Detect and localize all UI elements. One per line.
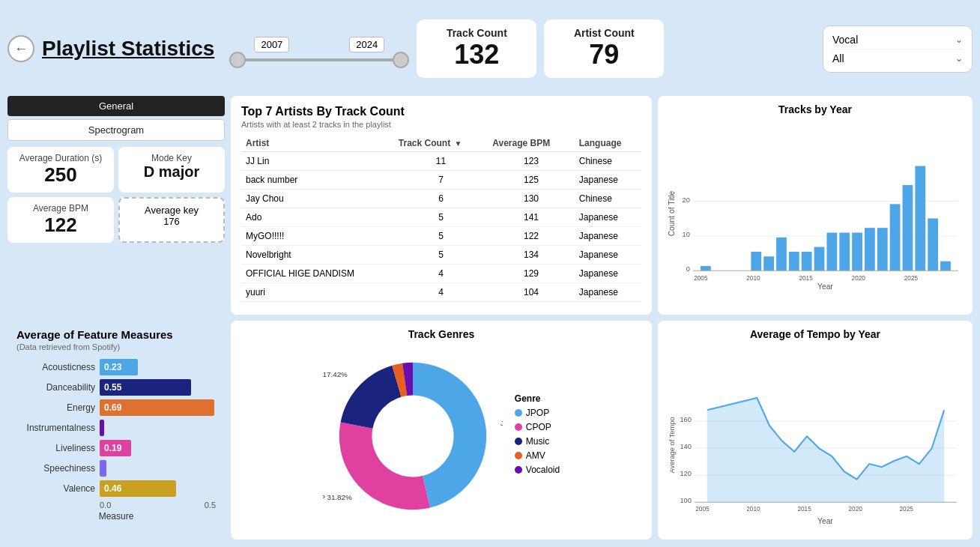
slider-thumb-left[interactable] [229, 52, 246, 68]
artist-name: MyGO!!!!! [241, 227, 394, 246]
donut-chart: JPOP 46.21%CPOP 31.82%Music 17.42% [323, 346, 503, 526]
bar-inner: 0.19 [100, 440, 131, 456]
track-count: 5 [394, 246, 488, 265]
donut-label: Music 17.42% [323, 370, 348, 378]
avg-key-card: Average key 176 [118, 197, 225, 243]
bar-label: Danceability [16, 382, 95, 393]
language: Japanese [575, 227, 641, 246]
feature-bar-row: Valence 0.46 [16, 480, 216, 497]
filter-vocal-row[interactable]: Vocal ⌄ [832, 31, 963, 49]
bar-label: Speechiness [16, 463, 95, 474]
svg-text:20: 20 [683, 196, 690, 204]
back-button[interactable]: ← [7, 35, 34, 62]
feature-measures-title: Average of Feature Measures [16, 328, 216, 341]
year-start[interactable]: 2007 [254, 37, 289, 52]
artist-count-label: Artist Count [574, 27, 635, 39]
svg-text:2020: 2020 [852, 275, 866, 282]
legend-dot [515, 438, 522, 445]
track-count: 6 [394, 190, 488, 208]
avg-bpm: 125 [488, 171, 575, 190]
legend-dot [515, 409, 522, 417]
bar-rect [763, 256, 774, 271]
artist-name: OFFICIAL HIGE DANDISM [241, 265, 394, 283]
track-count: 5 [394, 208, 488, 227]
bar-rect [802, 252, 812, 271]
mode-key-card: Mode Key D major [118, 147, 225, 193]
bar-inner [100, 460, 106, 477]
svg-text:100: 100 [680, 497, 691, 504]
svg-text:2025: 2025 [900, 506, 914, 513]
avg-duration-value: 250 [44, 163, 76, 187]
filter-vocal-label: Vocal [832, 34, 858, 46]
year-end[interactable]: 2024 [349, 37, 384, 52]
page-title: Playlist Statistics [42, 37, 214, 61]
svg-text:120: 120 [680, 470, 691, 477]
feature-bar-row: Acousticness 0.23 [16, 359, 216, 375]
feature-bar-row: Instrumentalness [16, 420, 216, 436]
bar-outer: 0.19 [100, 440, 216, 456]
legend-label: AMV [526, 450, 545, 461]
svg-text:Year: Year [817, 282, 833, 291]
legend-item: CPOP [515, 422, 560, 432]
language: Japanese [575, 283, 641, 302]
artist-name: yuuri [241, 283, 394, 302]
track-genres-title: Track Genres [241, 328, 641, 340]
language: Chinese [575, 190, 641, 208]
tab-spectrogram[interactable]: Spectrogram [7, 119, 225, 141]
table-row: JJ Lin 11 123 Chinese [241, 152, 641, 171]
bottom-row: Average of Feature Measures (Data retrie… [7, 321, 973, 540]
donut-segment [340, 366, 401, 429]
y-axis-label-tracks: Count of Title [668, 190, 676, 236]
avg-bpm: 129 [488, 265, 575, 283]
svg-text:2015: 2015 [799, 275, 813, 282]
avg-key-label: Average key [145, 205, 199, 216]
tabs-row: General Spectrogram [7, 96, 225, 141]
avg-duration-card: Average Duration (s) 250 [7, 147, 114, 193]
bar-rect [852, 233, 862, 271]
slider-thumb-right[interactable] [393, 52, 409, 68]
dashboard: ← Playlist Statistics 2007 2024 Track Co… [0, 0, 980, 547]
filter-all-row[interactable]: All ⌄ [832, 49, 963, 67]
table-row: OFFICIAL HIGE DANDISM 4 129 Japanese [241, 265, 641, 283]
chevron-down-icon: ⌄ [955, 34, 963, 45]
col-avg-bpm: Average BPM [488, 135, 575, 152]
bar-inner: 0.69 [100, 399, 214, 416]
filter-all-label: All [832, 52, 844, 64]
svg-text:140: 140 [680, 443, 691, 450]
bar-rect [890, 204, 901, 271]
bar-rect [826, 233, 837, 271]
tracks-by-year-card: Tracks by Year Count of Title 0 10 20 [658, 96, 973, 315]
track-genres-card: Track Genres JPOP 46.21%CPOP 31.82%Music… [231, 321, 652, 540]
bar-inner: 0.46 [100, 480, 176, 497]
table-row: back number 7 125 Japanese [241, 171, 641, 190]
artists-table: Artist Track Count ▼ Average BPM Languag… [241, 135, 641, 302]
axis-min: 0.0 [100, 501, 111, 510]
bar-label: Energy [16, 402, 95, 413]
avg-bpm: 134 [488, 246, 575, 265]
avg-bpm: 123 [488, 152, 575, 171]
top-artists-subtitle: Artists with at least 2 tracks in the pl… [241, 120, 641, 129]
bar-rect [751, 252, 761, 271]
legend-item: JPOP [515, 408, 560, 418]
svg-text:2025: 2025 [904, 275, 919, 282]
bar-rect [776, 238, 787, 271]
artist-name: Jay Chou [241, 190, 394, 208]
svg-text:160: 160 [680, 416, 691, 423]
track-count: 7 [394, 171, 488, 190]
bar-label: Instrumentalness [16, 423, 95, 433]
legend-label: Music [526, 436, 549, 447]
feature-bar-row: Energy 0.69 [16, 399, 216, 416]
avg-bpm-card: Average BPM 122 [7, 197, 114, 243]
mode-key-label: Mode Key [151, 153, 192, 163]
bar-rect [814, 247, 825, 271]
artist-name: back number [241, 171, 394, 190]
avg-bpm-label: Average BPM [33, 203, 88, 214]
col-track-count[interactable]: Track Count ▼ [394, 135, 488, 152]
top-artists-panel: Top 7 Artists By Track Count Artists wit… [231, 96, 652, 315]
bar-inner: 0.55 [100, 379, 191, 396]
avg-bpm: 122 [488, 227, 575, 246]
track-count: 4 [394, 265, 488, 283]
language: Japanese [575, 246, 641, 265]
bar-label: Acousticness [16, 362, 95, 372]
tab-general[interactable]: General [7, 96, 225, 116]
